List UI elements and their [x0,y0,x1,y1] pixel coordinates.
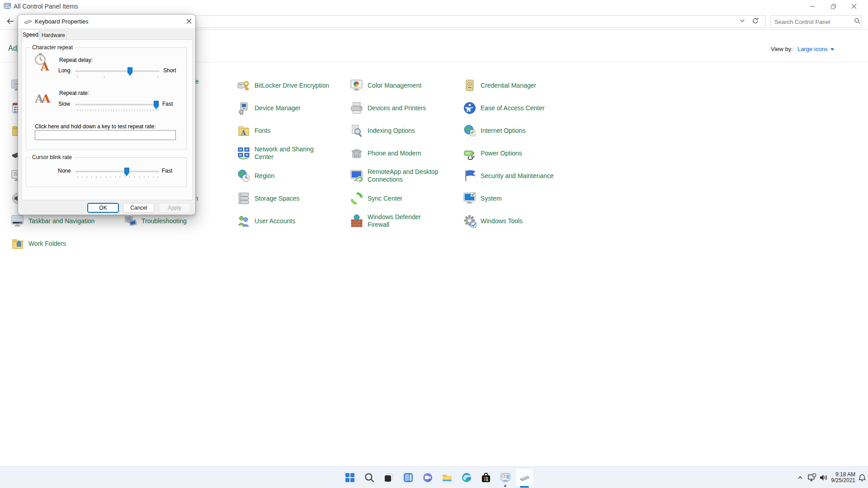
svg-text:A: A [41,92,51,105]
tray-clock[interactable]: 9:18 AM 9/25/2021 [830,472,857,483]
slider-tick [85,109,85,111]
tray-date: 9/25/2021 [831,478,855,483]
remoteapp-icon [350,169,363,183]
slider-tick [132,109,132,111]
storage-spaces-icon [237,192,250,205]
control-panel-item-sync-center[interactable]: Sync Center [350,190,402,206]
control-panel-item-windows-defender-firewall[interactable]: Windows Defender Firewall [350,213,421,229]
repeat-delay-label: Repeat delay: [59,57,93,63]
apply-button[interactable]: Apply [159,203,190,213]
slider-tick [119,109,119,111]
tray-notification-bell-icon[interactable] [857,467,867,488]
taskbar-start-icon[interactable] [340,467,359,488]
control-panel-window-icon [4,2,11,10]
desktop-screen: All Control Panel Items [0,0,868,488]
taskbar-keyboard-app-icon[interactable] [515,467,534,488]
cursor-blink-slider-track[interactable] [75,171,160,172]
taskbar-control-panel-icon[interactable] [495,467,515,488]
control-panel-item-bitlocker-drive-encryption[interactable]: BitLocker Drive Encryption [237,77,329,94]
cancel-button[interactable]: Cancel [123,203,155,213]
taskbar-widgets-icon[interactable] [398,467,418,488]
control-panel-item-ease-of-access-center[interactable]: Ease of Access Center [463,100,545,116]
slider-tick [134,109,135,111]
chevron-down-icon [830,47,835,51]
taskbar-edge-icon[interactable] [457,467,476,488]
keyboard-icon [24,18,33,24]
taskbar-search-icon[interactable] [359,467,379,488]
phone-modem-icon [350,146,363,160]
search-box[interactable] [770,15,862,28]
control-panel-item-region[interactable]: Region [237,168,274,184]
control-panel-item-fonts[interactable]: AFonts [237,122,270,139]
restore-button[interactable] [823,0,844,13]
control-panel-item-system[interactable]: System [463,190,502,206]
control-panel-item-phone-and-modem[interactable]: Phone and Modem [350,145,421,161]
address-dropdown-chevron-icon[interactable] [739,18,745,26]
tab-speed[interactable]: Speed [22,29,39,40]
taskbar-file-explorer-icon[interactable] [437,467,457,488]
dialog-close-icon[interactable] [184,16,194,26]
control-panel-item-user-accounts[interactable]: User Accounts [237,213,295,229]
slider-tick [137,109,137,111]
ok-button[interactable]: OK [87,203,119,213]
search-icon[interactable] [854,18,861,26]
control-panel-item-taskbar-and-navigation[interactable]: Taskbar and Navigation [11,213,94,229]
search-input[interactable] [774,19,854,25]
minimize-button[interactable] [802,0,823,13]
control-panel-item-label: System [481,195,502,202]
control-panel-item-color-management[interactable]: Color Management [350,77,421,94]
slider-tick [155,109,156,111]
repeat-rate-icon: A A [35,91,51,107]
taskbar-store-icon[interactable] [476,467,495,488]
close-button[interactable] [844,0,864,13]
network-sharing-icon [237,146,250,160]
control-panel-item-power-options[interactable]: Power Options [463,145,522,161]
control-panel-item-storage-spaces[interactable]: Storage Spaces [237,190,300,206]
slider-tick [131,76,132,78]
control-panel-item-work-folders[interactable]: Work Folders [11,235,66,252]
control-panel-item-label: Fonts [255,127,270,135]
tray-chevron-up-icon[interactable] [794,467,806,488]
tab-hardware[interactable]: Hardware [40,30,67,40]
control-panel-item-label: Storage Spaces [255,195,300,202]
slider-tick [101,176,101,178]
tray-volume-icon[interactable] [818,467,830,488]
tray-display-icon[interactable] [806,467,818,488]
window-title: All Control Panel Items [14,3,78,10]
slider-tick [82,176,82,178]
control-panel-item-label: Taskbar and Navigation [28,217,94,225]
refresh-icon[interactable] [752,17,759,26]
slider-tick [88,109,88,111]
internet-options-icon [463,124,476,137]
repeat-delay-slider-track[interactable] [75,70,160,72]
taskbar-task-view-icon[interactable] [379,467,398,488]
fonts-icon: A [237,124,250,137]
control-panel-item-troubleshooting[interactable]: Troubleshooting [124,213,187,229]
control-panel-item-remoteapp-and-desktop-connections[interactable]: RemoteApp and Desktop Connections [350,168,438,184]
slider-tick [145,109,145,111]
taskbar-chat-icon[interactable] [418,467,437,488]
control-panel-item-internet-options[interactable]: Internet Options [463,122,526,139]
slider-tick [158,76,158,78]
control-panel-item-device-manager[interactable]: Device Manager [237,100,301,116]
slider-tick [96,176,97,178]
repeat-rate-slider-track[interactable] [75,104,160,105]
window-titlebar: All Control Panel Items [0,0,868,13]
control-panel-item-windows-tools[interactable]: Windows Tools [463,213,523,229]
slider-tick [77,109,78,111]
slider-tick [93,109,93,111]
control-panel-item-credential-manager[interactable]: Credential Manager [463,77,536,94]
slider-tick [158,109,158,111]
control-panel-item-indexing-options[interactable]: Indexing Options [350,122,415,139]
control-panel-item-security-and-maintenance[interactable]: Security and Maintenance [463,168,554,184]
firewall-icon [350,214,363,228]
control-panel-item-network-and-sharing-center[interactable]: Network and Sharing Center [237,145,314,161]
control-panel-item-devices-and-printers[interactable]: Devices and Printers [350,100,426,116]
control-panel-item-label: Windows Tools [481,217,523,225]
slider-tick [139,176,139,178]
slider-tick [90,109,91,111]
repeat-test-input[interactable] [35,130,176,140]
view-by-dropdown[interactable]: Large icons [797,46,835,52]
slider-tick [101,109,101,111]
back-button[interactable] [4,14,17,28]
